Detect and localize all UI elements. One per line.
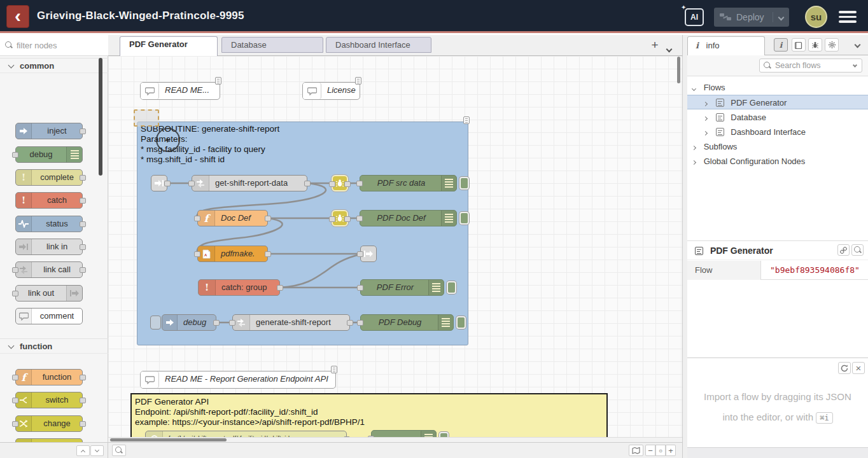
output-port[interactable] [80,267,86,273]
node-link-in[interactable] [151,175,167,191]
input-port[interactable] [194,251,200,257]
palette-node-debug[interactable]: debug [15,146,83,163]
node-pdf-error[interactable]: PDF Error [360,279,444,296]
node-trace-bug-2[interactable] [332,210,348,226]
input-port[interactable] [12,375,18,380]
close-icon[interactable]: × [852,362,865,374]
palette-scrollbar[interactable] [99,58,102,176]
palette-node-switch[interactable]: switch [15,392,83,408]
input-port[interactable] [357,320,363,326]
output-port[interactable] [344,181,351,187]
input-port[interactable] [12,398,18,403]
output-port[interactable] [164,181,171,186]
palette-filter[interactable]: filter nodes [0,35,108,56]
node-pdf-src-data[interactable]: PDF src data [360,175,457,191]
tab-database[interactable]: Database [221,37,323,53]
canvas-horizontal-scrollbar[interactable] [108,437,682,442]
node-inject-debug[interactable]: debug [162,314,216,331]
palette-node-inject[interactable]: inject [15,123,83,139]
node-readme-bottom[interactable]: READ ME - Report Generation Endpoint API [140,371,336,389]
minimap-button[interactable] [629,445,643,456]
input-port[interactable] [329,216,335,222]
palette-node-comment[interactable]: comment [15,308,83,324]
output-port[interactable] [304,181,311,186]
scrollbar-thumb[interactable] [110,438,227,441]
input-port[interactable] [194,216,200,221]
copy-link-button[interactable] [837,244,850,256]
output-port[interactable] [80,375,86,380]
refresh-button[interactable] [838,362,851,374]
main-menu-button[interactable] [839,11,857,24]
zoom-in-button[interactable]: + [666,445,676,456]
input-port[interactable] [12,291,18,296]
output-port[interactable] [80,221,86,227]
palette-category-function[interactable]: function [0,338,108,354]
inject-button[interactable] [150,316,161,330]
tree-item-dashboard-interface[interactable]: Dashboard Interface [687,125,868,139]
node-pdf-doc-def[interactable]: PDF Doc Def [360,210,457,226]
sidebar-info-button[interactable]: i [774,38,788,52]
palette-node-link-out[interactable]: link out [15,285,83,302]
flow-list-dropdown[interactable] [667,43,671,54]
palette-category-common[interactable]: common [0,58,108,73]
output-port[interactable] [213,320,220,326]
deploy-dropdown[interactable] [773,12,783,22]
sidebar-help-button[interactable] [792,38,806,52]
deploy-button[interactable]: Deploy [714,8,789,27]
node-trace-bug-1[interactable] [332,175,348,191]
flow-canvas[interactable]: SUBROUTINE: generate-shift-report Parame… [108,56,682,442]
output-port[interactable] [277,285,283,291]
output-port[interactable] [80,175,86,181]
debug-toggle-button[interactable] [459,177,469,190]
node-readme-top[interactable]: READ ME... [140,82,220,100]
palette-node-status[interactable]: status [15,216,83,232]
tree-subflows[interactable]: Subflows [687,139,868,154]
output-port[interactable] [80,244,86,250]
palette-node-link-in[interactable]: link in [15,239,83,255]
node-catch-group[interactable]: ! catch: group [198,279,280,296]
tab-info[interactable]: i info [687,36,765,55]
user-avatar[interactable]: su [805,6,827,28]
node-license[interactable]: License [302,82,360,100]
input-port[interactable] [12,267,18,273]
tab-pdf-generator[interactable]: PDF Generator [120,36,218,56]
input-port[interactable] [357,251,363,257]
input-port[interactable] [12,152,18,158]
search-node-button[interactable] [851,244,864,256]
output-port[interactable] [265,251,271,257]
app-logo-icon[interactable]: ‹ [6,5,29,28]
output-port[interactable] [80,128,86,134]
palette-node-catch[interactable]: ! catch [15,192,83,209]
node-get-shift-report-data[interactable]: get-shift-report-data [192,175,307,191]
output-port[interactable] [265,216,271,221]
input-port[interactable] [356,181,363,186]
node-link-out[interactable] [360,246,377,262]
output-port[interactable] [80,198,86,204]
tree-global-config[interactable]: Global Configuration Nodes [687,154,868,169]
input-port[interactable] [356,216,363,221]
palette-node-link-call[interactable]: link call [15,261,83,278]
property-value[interactable]: "b9ebf893594086f8" [761,261,868,280]
output-port[interactable] [347,320,353,326]
tab-dashboard-interface[interactable]: Dashboard Interface [326,37,431,53]
debug-toggle-button[interactable] [447,281,456,294]
input-port[interactable] [12,421,18,427]
ai-assistant-button[interactable]: AI [685,8,704,26]
output-port[interactable] [344,216,351,222]
palette-collapse-down-button[interactable] [90,445,104,456]
input-port[interactable] [329,181,335,187]
canvas-search-button[interactable] [112,445,126,456]
zoom-reset-button[interactable]: ○ [655,445,666,456]
palette-node-complete[interactable]: ! complete [15,169,83,186]
zoom-out-button[interactable]: − [645,445,655,456]
search-flows-input[interactable]: Search flows [759,59,862,73]
input-port[interactable] [229,320,235,326]
sidebar-splitter[interactable] [682,35,687,458]
node-pdf-debug[interactable]: PDF Debug [360,314,454,331]
node-doc-def[interactable]: f Doc Def [197,210,268,226]
palette-collapse-up-button[interactable] [76,445,90,456]
sidebar-debug-button[interactable] [808,38,822,52]
tree-flows[interactable]: Flows [687,80,868,95]
tree-item-database[interactable]: Database [687,110,868,125]
output-port[interactable] [80,398,86,403]
